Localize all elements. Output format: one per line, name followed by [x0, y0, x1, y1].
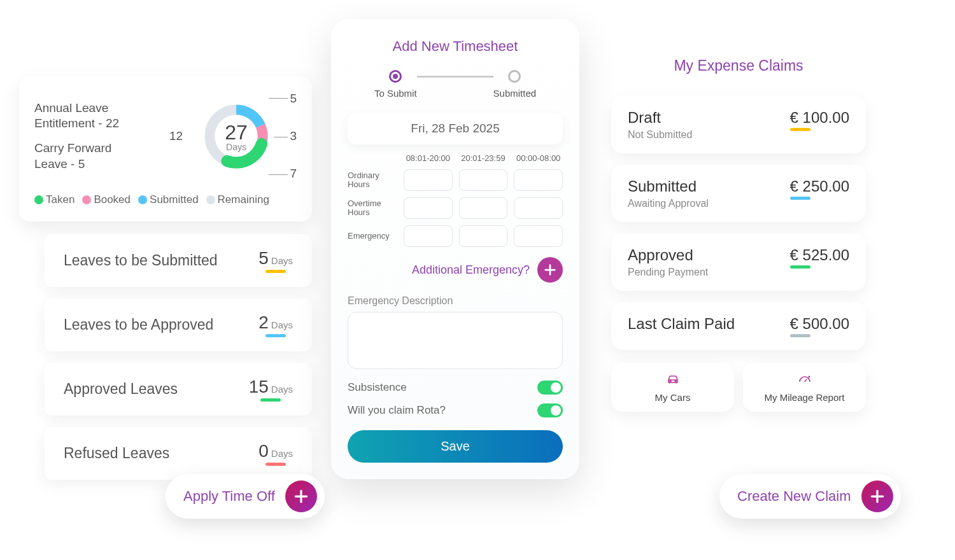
expense-name: Draft: [628, 109, 692, 127]
ts-col-2: 20:01-23:59: [459, 153, 508, 163]
rota-toggle[interactable]: [537, 403, 563, 417]
ts-col-1: 08:01-20:00: [404, 153, 453, 163]
stat-label: Refused Leaves: [64, 445, 169, 462]
legend-booked: Booked: [94, 193, 131, 206]
stat-unit: Days: [271, 255, 293, 266]
timesheet-date[interactable]: Fri, 28 Feb 2025: [348, 113, 563, 144]
my-cars-button[interactable]: My Cars: [611, 363, 734, 412]
save-button[interactable]: Save: [348, 430, 563, 463]
leave-stat-card[interactable]: Refused Leaves 0 Days: [45, 427, 312, 480]
leave-summary-card: Annual Leave Entitlement - 22 Carry Forw…: [19, 76, 312, 221]
plus-icon: [285, 480, 317, 512]
dot-icon-blue: [138, 195, 147, 204]
expense-card[interactable]: Last Claim Paid € 500.00: [611, 302, 866, 350]
stat-number: 15: [249, 377, 269, 397]
step-label-submitted: Submitted: [493, 88, 537, 99]
plus-icon: [543, 263, 557, 277]
timesheet-title: Add New Timesheet: [348, 38, 563, 55]
stat-unit: Days: [271, 448, 293, 459]
stat-bar: [265, 270, 286, 273]
donut-total: 27: [225, 121, 248, 144]
expense-subtitle: Awaiting Approval: [628, 198, 709, 209]
emergency-col2-input[interactable]: [459, 225, 508, 247]
callout-taken: 7: [290, 167, 297, 181]
leave-stat-card[interactable]: Leaves to be Approved 2 Days: [45, 298, 312, 351]
expense-card[interactable]: Submitted Awaiting Approval € 250.00: [611, 165, 866, 222]
stat-number: 5: [258, 248, 269, 269]
gauge-icon: [795, 372, 814, 387]
additional-emergency-label: Additional Emergency?: [412, 263, 530, 277]
emergency-col3-input[interactable]: [514, 225, 563, 247]
step-to-submit[interactable]: To Submit: [374, 70, 417, 99]
expense-claims-title: My Expense Claims: [611, 57, 866, 74]
expense-bar: [790, 265, 810, 269]
rota-label: Will you claim Rota?: [348, 404, 446, 417]
step-label-to-submit: To Submit: [374, 88, 417, 99]
legend-taken: Taken: [46, 193, 74, 206]
legend-submitted: Submitted: [150, 193, 199, 206]
svg-point-4: [670, 381, 671, 382]
leave-legend: Taken Booked Submitted Remaining: [34, 193, 297, 206]
step-submitted[interactable]: Submitted: [493, 70, 537, 99]
leave-entitlement-text: Annual Leave Entitlement - 22 Carry Forw…: [34, 101, 119, 172]
apply-time-off-button[interactable]: Apply Time Off: [166, 474, 325, 519]
expense-subtitle: Not Submitted: [628, 129, 692, 141]
donut-unit: Days: [226, 142, 246, 152]
ts-row-emergency: Emergency: [348, 232, 397, 241]
subsistence-toggle[interactable]: [537, 381, 563, 395]
overtime-col1-input[interactable]: [404, 197, 453, 219]
dot-icon-gray: [206, 195, 215, 204]
timesheet-stepper: To Submit Submitted: [348, 70, 563, 99]
dot-icon-pink: [82, 195, 91, 204]
expense-bar: [790, 128, 810, 131]
expense-card[interactable]: Draft Not Submitted € 100.00: [611, 96, 866, 153]
leave-stat-card[interactable]: Leaves to be Submitted 5 Days: [45, 234, 312, 287]
expense-subtitle: Pending Payment: [628, 267, 708, 278]
emergency-description-input[interactable]: [348, 312, 563, 369]
create-new-claim-button[interactable]: Create New Claim: [719, 474, 901, 519]
apply-time-off-label: Apply Time Off: [183, 488, 275, 505]
callout-submitted: 5: [290, 92, 297, 106]
mileage-report-label: My Mileage Report: [765, 392, 845, 403]
ts-col-3: 00:00-08:00: [514, 153, 563, 163]
plus-icon: [861, 480, 893, 512]
ts-row-ordinary: Ordinary Hours: [348, 171, 397, 190]
subsistence-row: Subsistence: [348, 381, 563, 395]
expense-bar: [790, 197, 810, 200]
step-circle-inactive: [508, 70, 521, 83]
stat-number: 2: [258, 312, 269, 333]
expense-bar: [790, 334, 810, 337]
callout-booked: 3: [290, 129, 297, 143]
ordinary-col1-input[interactable]: [404, 169, 453, 191]
expense-amount: € 100.00: [790, 109, 849, 127]
legend-remaining: Remaining: [218, 193, 269, 206]
stat-label: Leaves to be Submitted: [64, 252, 218, 269]
leave-stat-card[interactable]: Approved Leaves 15 Days: [45, 363, 312, 416]
stat-bar: [265, 463, 286, 466]
mileage-report-button[interactable]: My Mileage Report: [743, 363, 866, 412]
add-emergency-button[interactable]: [537, 257, 563, 283]
emergency-col1-input[interactable]: [404, 225, 453, 247]
svg-point-5: [675, 381, 676, 382]
step-circle-active: [389, 70, 402, 83]
create-new-claim-label: Create New Claim: [737, 488, 851, 505]
dot-icon-green: [34, 195, 43, 204]
step-line: [417, 76, 493, 78]
emergency-description-label: Emergency Description: [348, 295, 563, 307]
timesheet-card: Add New Timesheet To Submit Submitted Fr…: [331, 19, 579, 479]
stat-bar: [260, 398, 281, 402]
expense-card[interactable]: Approved Pending Payment € 525.00: [611, 234, 866, 291]
callout-remaining: 12: [169, 129, 183, 143]
overtime-col2-input[interactable]: [459, 197, 508, 219]
stat-bar: [265, 334, 286, 337]
ordinary-col2-input[interactable]: [459, 169, 508, 191]
subsistence-label: Subsistence: [348, 381, 407, 394]
ts-row-overtime: Overtime Hours: [348, 199, 397, 218]
svg-point-6: [808, 376, 810, 378]
stat-label: Leaves to be Approved: [64, 316, 213, 333]
expense-amount: € 525.00: [790, 246, 849, 264]
ordinary-col3-input[interactable]: [514, 169, 563, 191]
my-cars-label: My Cars: [655, 392, 691, 403]
overtime-col3-input[interactable]: [514, 197, 563, 219]
rota-row: Will you claim Rota?: [348, 403, 563, 417]
